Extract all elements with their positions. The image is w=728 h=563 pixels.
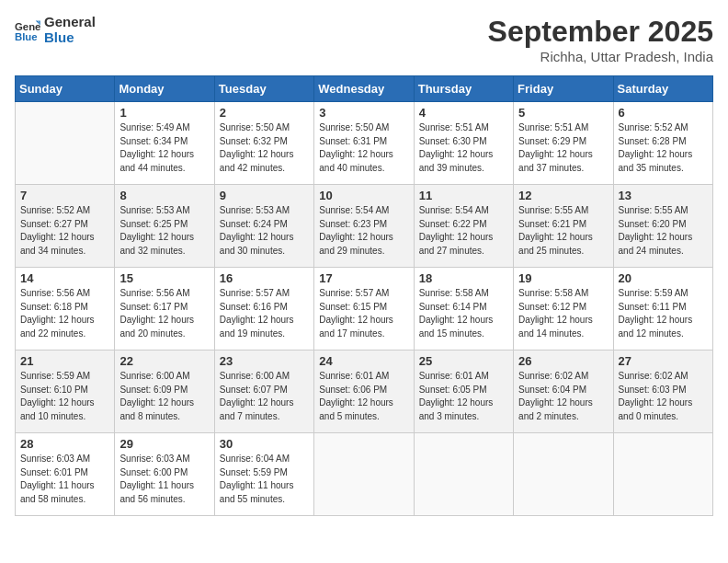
- calendar-day-cell: 22Sunrise: 6:00 AMSunset: 6:09 PMDayligh…: [115, 350, 214, 433]
- day-number: 28: [20, 437, 109, 451]
- day-info: Sunrise: 5:53 AMSunset: 6:25 PMDaylight:…: [119, 204, 209, 258]
- calendar-week-row: 7Sunrise: 5:52 AMSunset: 6:27 PMDaylight…: [16, 185, 713, 268]
- weekday-header-sunday: Sunday: [16, 76, 115, 102]
- calendar-day-cell: 28Sunrise: 6:03 AMSunset: 6:01 PMDayligh…: [16, 433, 115, 516]
- day-number: 13: [619, 189, 708, 202]
- day-info: Sunrise: 5:54 AMSunset: 6:22 PMDaylight:…: [419, 204, 508, 258]
- day-info: Sunrise: 5:56 AMSunset: 6:17 PMDaylight:…: [119, 287, 209, 340]
- day-info: Sunrise: 6:02 AMSunset: 6:04 PMDaylight:…: [518, 370, 608, 423]
- logo-icon: General Blue: [15, 17, 40, 43]
- day-info: Sunrise: 5:49 AMSunset: 6:34 PMDaylight:…: [119, 121, 209, 175]
- calendar-week-row: 21Sunrise: 5:59 AMSunset: 6:10 PMDayligh…: [16, 350, 713, 433]
- day-info: Sunrise: 5:55 AMSunset: 6:21 PMDaylight:…: [518, 204, 608, 258]
- calendar-day-cell: 24Sunrise: 6:01 AMSunset: 6:06 PMDayligh…: [314, 350, 414, 433]
- day-number: 10: [319, 189, 408, 202]
- calendar-day-cell: 7Sunrise: 5:52 AMSunset: 6:27 PMDaylight…: [16, 185, 115, 268]
- calendar-day-cell: 1Sunrise: 5:49 AMSunset: 6:34 PMDaylight…: [115, 102, 214, 185]
- day-info: Sunrise: 5:51 AMSunset: 6:30 PMDaylight:…: [419, 121, 508, 175]
- day-info: Sunrise: 6:01 AMSunset: 6:05 PMDaylight:…: [419, 370, 508, 423]
- calendar-day-cell: 14Sunrise: 5:56 AMSunset: 6:18 PMDayligh…: [16, 268, 115, 350]
- calendar-day-cell: [414, 433, 513, 516]
- day-info: Sunrise: 6:00 AMSunset: 6:09 PMDaylight:…: [119, 370, 209, 423]
- calendar-day-cell: 21Sunrise: 5:59 AMSunset: 6:10 PMDayligh…: [16, 350, 115, 433]
- location-subtitle: Richha, Uttar Pradesh, India: [488, 49, 713, 64]
- day-number: 11: [419, 189, 508, 202]
- calendar-table: SundayMondayTuesdayWednesdayThursdayFrid…: [15, 75, 713, 516]
- svg-text:Blue: Blue: [15, 31, 38, 42]
- day-number: 3: [319, 106, 408, 120]
- day-info: Sunrise: 5:57 AMSunset: 6:16 PMDaylight:…: [220, 287, 309, 340]
- day-number: 18: [419, 271, 508, 285]
- calendar-day-cell: 29Sunrise: 6:03 AMSunset: 6:00 PMDayligh…: [115, 433, 214, 516]
- day-number: 16: [220, 271, 309, 285]
- day-number: 14: [20, 271, 109, 285]
- calendar-day-cell: 16Sunrise: 5:57 AMSunset: 6:16 PMDayligh…: [214, 268, 313, 350]
- calendar-day-cell: [514, 433, 613, 516]
- day-info: Sunrise: 5:56 AMSunset: 6:18 PMDaylight:…: [20, 287, 109, 340]
- calendar-day-cell: 30Sunrise: 6:04 AMSunset: 5:59 PMDayligh…: [214, 433, 313, 516]
- calendar-day-cell: 26Sunrise: 6:02 AMSunset: 6:04 PMDayligh…: [514, 350, 613, 433]
- day-info: Sunrise: 5:57 AMSunset: 6:15 PMDaylight:…: [319, 287, 408, 340]
- calendar-day-cell: [314, 433, 414, 516]
- day-number: 26: [518, 354, 608, 368]
- calendar-day-cell: 18Sunrise: 5:58 AMSunset: 6:14 PMDayligh…: [414, 268, 513, 350]
- day-number: 6: [619, 106, 708, 120]
- day-number: 27: [619, 354, 708, 368]
- page-header: General Blue General Blue September 2025…: [15, 15, 713, 64]
- day-number: 25: [419, 354, 508, 368]
- day-info: Sunrise: 5:50 AMSunset: 6:31 PMDaylight:…: [319, 121, 408, 175]
- day-number: 15: [119, 271, 209, 285]
- day-info: Sunrise: 6:00 AMSunset: 6:07 PMDaylight:…: [220, 370, 309, 423]
- calendar-day-cell: 10Sunrise: 5:54 AMSunset: 6:23 PMDayligh…: [314, 185, 414, 268]
- day-info: Sunrise: 5:52 AMSunset: 6:28 PMDaylight:…: [619, 121, 708, 175]
- day-number: 8: [119, 189, 209, 202]
- weekday-header-row: SundayMondayTuesdayWednesdayThursdayFrid…: [16, 76, 713, 102]
- day-info: Sunrise: 5:54 AMSunset: 6:23 PMDaylight:…: [319, 204, 408, 258]
- calendar-day-cell: 6Sunrise: 5:52 AMSunset: 6:28 PMDaylight…: [613, 102, 712, 185]
- weekday-header-tuesday: Tuesday: [214, 76, 313, 102]
- logo: General Blue General Blue: [15, 15, 96, 45]
- calendar-day-cell: 17Sunrise: 5:57 AMSunset: 6:15 PMDayligh…: [314, 268, 414, 350]
- calendar-week-row: 14Sunrise: 5:56 AMSunset: 6:18 PMDayligh…: [16, 268, 713, 350]
- svg-text:General: General: [15, 21, 40, 32]
- day-number: 21: [20, 354, 109, 368]
- day-info: Sunrise: 5:53 AMSunset: 6:24 PMDaylight:…: [220, 204, 309, 258]
- calendar-week-row: 1Sunrise: 5:49 AMSunset: 6:34 PMDaylight…: [16, 102, 713, 185]
- calendar-day-cell: 4Sunrise: 5:51 AMSunset: 6:30 PMDaylight…: [414, 102, 513, 185]
- calendar-day-cell: 11Sunrise: 5:54 AMSunset: 6:22 PMDayligh…: [414, 185, 513, 268]
- day-info: Sunrise: 5:52 AMSunset: 6:27 PMDaylight:…: [20, 204, 109, 258]
- calendar-week-row: 28Sunrise: 6:03 AMSunset: 6:01 PMDayligh…: [16, 433, 713, 516]
- day-info: Sunrise: 5:59 AMSunset: 6:11 PMDaylight:…: [619, 287, 708, 340]
- title-block: September 2025 Richha, Uttar Pradesh, In…: [488, 15, 713, 64]
- day-info: Sunrise: 5:58 AMSunset: 6:12 PMDaylight:…: [518, 287, 608, 340]
- day-info: Sunrise: 5:50 AMSunset: 6:32 PMDaylight:…: [220, 121, 309, 175]
- weekday-header-friday: Friday: [514, 76, 613, 102]
- month-title: September 2025: [488, 15, 713, 49]
- day-number: 23: [220, 354, 309, 368]
- calendar-day-cell: 9Sunrise: 5:53 AMSunset: 6:24 PMDaylight…: [214, 185, 313, 268]
- day-number: 12: [518, 189, 608, 202]
- day-number: 24: [319, 354, 408, 368]
- weekday-header-wednesday: Wednesday: [314, 76, 414, 102]
- weekday-header-thursday: Thursday: [414, 76, 513, 102]
- calendar-day-cell: 20Sunrise: 5:59 AMSunset: 6:11 PMDayligh…: [613, 268, 712, 350]
- day-info: Sunrise: 6:04 AMSunset: 5:59 PMDaylight:…: [220, 453, 309, 506]
- day-info: Sunrise: 6:03 AMSunset: 6:01 PMDaylight:…: [20, 453, 109, 506]
- day-info: Sunrise: 5:58 AMSunset: 6:14 PMDaylight:…: [419, 287, 508, 340]
- calendar-day-cell: 5Sunrise: 5:51 AMSunset: 6:29 PMDaylight…: [514, 102, 613, 185]
- day-number: 20: [619, 271, 708, 285]
- day-info: Sunrise: 6:03 AMSunset: 6:00 PMDaylight:…: [119, 453, 209, 506]
- day-number: 30: [220, 437, 309, 451]
- calendar-day-cell: 3Sunrise: 5:50 AMSunset: 6:31 PMDaylight…: [314, 102, 414, 185]
- calendar-day-cell: 25Sunrise: 6:01 AMSunset: 6:05 PMDayligh…: [414, 350, 513, 433]
- calendar-day-cell: 23Sunrise: 6:00 AMSunset: 6:07 PMDayligh…: [214, 350, 313, 433]
- day-number: 17: [319, 271, 408, 285]
- calendar-day-cell: 12Sunrise: 5:55 AMSunset: 6:21 PMDayligh…: [514, 185, 613, 268]
- day-number: 5: [518, 106, 608, 120]
- day-info: Sunrise: 6:02 AMSunset: 6:03 PMDaylight:…: [619, 370, 708, 423]
- day-number: 9: [220, 189, 309, 202]
- day-number: 4: [419, 106, 508, 120]
- calendar-day-cell: [16, 102, 115, 185]
- weekday-header-monday: Monday: [115, 76, 214, 102]
- calendar-day-cell: 15Sunrise: 5:56 AMSunset: 6:17 PMDayligh…: [115, 268, 214, 350]
